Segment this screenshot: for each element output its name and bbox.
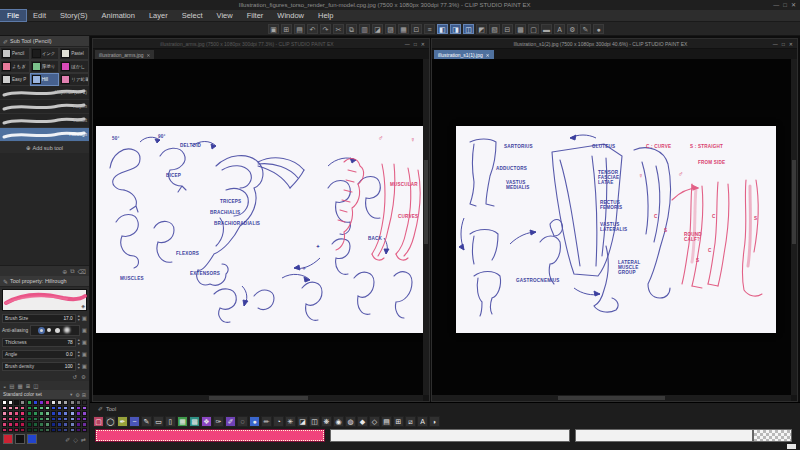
subtool-tab-[interactable]: インク: [30, 47, 60, 60]
eyedropper-icon[interactable]: ✐: [65, 436, 70, 443]
gradient-icon[interactable]: ◆: [357, 416, 368, 427]
palette-swatch-1-1[interactable]: [8, 406, 13, 411]
menu-item-storys[interactable]: Story(S): [53, 10, 95, 21]
property-slider[interactable]: Brush density100: [2, 362, 76, 371]
rect-select-icon[interactable]: ▭: [153, 416, 164, 427]
pattern-icon[interactable]: ▦: [177, 416, 188, 427]
palette-swatch-3-7[interactable]: [45, 417, 50, 422]
minimize-icon[interactable]: —: [773, 39, 778, 49]
anti-aliasing-option-3[interactable]: [64, 327, 70, 333]
menu-item-animation[interactable]: Animation: [95, 10, 142, 21]
maximize-icon[interactable]: □: [783, 0, 787, 10]
palette-swatch-1-6[interactable]: [39, 406, 44, 411]
stepper-arrows-icon[interactable]: ▴▾: [78, 350, 80, 358]
palette-swatch-3-9[interactable]: [57, 417, 62, 422]
palette-swatch-4-7[interactable]: [45, 422, 50, 427]
gpen-icon[interactable]: ✑: [213, 416, 224, 427]
add-icon[interactable]: ⊕: [62, 268, 67, 275]
wrench-icon[interactable]: ⚙: [81, 374, 86, 380]
palette-swatch-1-5[interactable]: [33, 406, 38, 411]
pressure-settings-icon[interactable]: ▣: [82, 363, 87, 369]
subtool-tab-[interactable]: よもぎ: [0, 60, 30, 73]
fill-icon[interactable]: ▤: [381, 416, 392, 427]
palette-swatch-0-11[interactable]: [70, 400, 75, 405]
palette-swatch-3-0[interactable]: [2, 417, 7, 422]
palette-swatch-1-7[interactable]: [45, 406, 50, 411]
subtool-tab-[interactable]: ぼかし: [59, 60, 89, 73]
horizontal-scrollbar[interactable]: [432, 395, 791, 401]
finger-icon[interactable]: ◉: [333, 416, 344, 427]
palette-swatch-4-4[interactable]: [27, 422, 32, 427]
ruler-icon[interactable]: ⧄: [405, 416, 416, 427]
palette-swatch-4-1[interactable]: [8, 422, 13, 427]
stepper-arrows-icon[interactable]: ▴▾: [78, 338, 80, 346]
flip-icon[interactable]: ▧: [489, 24, 500, 34]
approx-color-icon[interactable]: ◫: [33, 383, 38, 389]
palette-swatch-0-6[interactable]: [39, 400, 44, 405]
palette-swatch-5-8[interactable]: [51, 428, 56, 433]
balloon-icon[interactable]: ◗: [429, 416, 440, 427]
canvas-viewport[interactable]: SARTORIUSADDUCTORSVASTUS MEDIALISGLUTEUS…: [432, 59, 791, 395]
palette-swatch-2-0[interactable]: [2, 411, 7, 416]
canvas-viewport[interactable]: 50°90°DELTOIDBICEPTRICEPSBRACHIALISBRACH…: [93, 59, 423, 395]
subtool-tab-[interactable]: 厚塗り: [30, 60, 60, 73]
palette-swatch-3-1[interactable]: [8, 417, 13, 422]
add-swatch-icon[interactable]: ⊞: [82, 392, 86, 398]
brush-item-hillrough[interactable]: Hillrough: [0, 128, 89, 142]
palette-swatch-0-0[interactable]: [2, 400, 7, 405]
new-page-icon[interactable]: ▣: [268, 24, 279, 34]
palette-swatch-5-12[interactable]: [76, 428, 81, 433]
eraser-icon[interactable]: ◪: [297, 416, 308, 427]
selection-icon[interactable]: ▢: [93, 416, 104, 427]
palette-swatch-1-11[interactable]: [70, 406, 75, 411]
palette-swatch-5-13[interactable]: [82, 428, 87, 433]
palette-swatch-3-2[interactable]: [14, 417, 19, 422]
palette-swatch-2-10[interactable]: [63, 411, 68, 416]
palette-swatch-0-3[interactable]: [20, 400, 25, 405]
cut-icon[interactable]: ✂: [333, 24, 344, 34]
pressure-settings-icon[interactable]: ▣: [82, 327, 87, 333]
menu-item-edit[interactable]: Edit: [26, 10, 53, 21]
palette-swatch-0-10[interactable]: [63, 400, 68, 405]
close-icon[interactable]: ✕: [791, 0, 796, 10]
palette-swatch-0-12[interactable]: [76, 400, 81, 405]
subtool-tab-pencil[interactable]: Pencil: [0, 47, 30, 60]
swap-icon[interactable]: ⇄: [81, 436, 86, 443]
palette-swatch-5-2[interactable]: [14, 428, 19, 433]
palette-swatch-3-6[interactable]: [39, 417, 44, 422]
material-icon[interactable]: ▢: [528, 24, 539, 34]
palette-swatch-4-2[interactable]: [14, 422, 19, 427]
maximize-icon[interactable]: □: [414, 39, 417, 49]
palette-swatch-0-2[interactable]: [14, 400, 19, 405]
subtool-tab-easyp[interactable]: Easy P: [0, 73, 30, 86]
palette-swatch-3-13[interactable]: [82, 417, 87, 422]
text-icon[interactable]: A: [417, 416, 428, 427]
palette-swatch-3-5[interactable]: [33, 417, 38, 422]
snap-ruler-icon[interactable]: ◧: [437, 24, 448, 34]
menu-item-file[interactable]: File: [0, 10, 26, 21]
color-set-header[interactable]: Standard color set ▼ ⚙⊞: [0, 390, 89, 399]
palette-swatch-4-5[interactable]: [33, 422, 38, 427]
palette-swatch-3-11[interactable]: [70, 417, 75, 422]
palette-swatch-3-10[interactable]: [63, 417, 68, 422]
palette-swatch-2-5[interactable]: [33, 411, 38, 416]
menu-item-layer[interactable]: Layer: [142, 10, 175, 21]
watercolor-icon[interactable]: ◔: [273, 416, 284, 427]
menu-item-help[interactable]: Help: [311, 10, 340, 21]
menu-item-filter[interactable]: Filter: [240, 10, 271, 21]
intermediate-color-icon[interactable]: ⊞: [26, 383, 31, 389]
palette-swatch-2-9[interactable]: [57, 411, 62, 416]
palette-swatch-3-3[interactable]: [20, 417, 25, 422]
transparent-checker-bar[interactable]: [753, 429, 792, 442]
palette-swatch-4-12[interactable]: [76, 422, 81, 427]
current-color-0[interactable]: [3, 434, 13, 444]
palette-swatch-2-11[interactable]: [70, 411, 75, 416]
minimize-icon[interactable]: —: [773, 0, 779, 10]
palette-swatch-0-13[interactable]: [82, 400, 87, 405]
close-icon[interactable]: ✕: [421, 39, 425, 49]
snap-special-icon[interactable]: ◫: [463, 24, 474, 34]
palette-swatch-0-1[interactable]: [8, 400, 13, 405]
subtool-tab-[interactable]: リア鉛筆: [59, 73, 89, 86]
menu-item-window[interactable]: Window: [270, 10, 311, 21]
palette-swatch-4-10[interactable]: [63, 422, 68, 427]
